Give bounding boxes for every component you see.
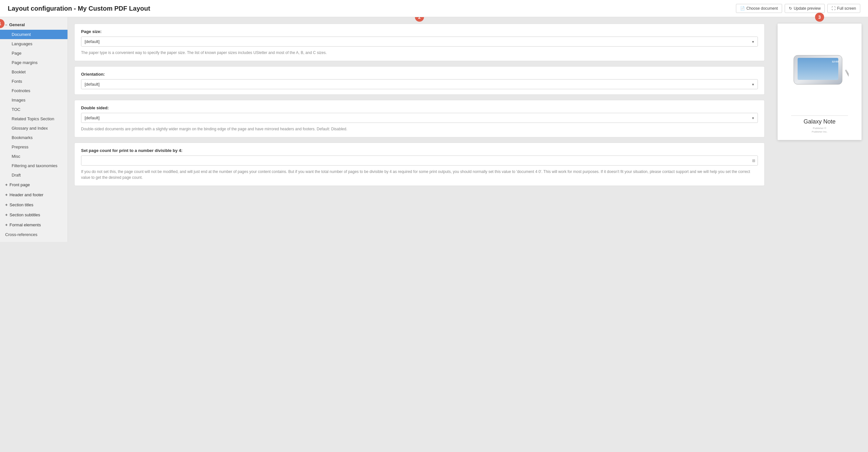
double-sided-panel: Double sided: [default] ▼ Double-sided d… <box>74 100 765 137</box>
page-title: Layout configuration - My Custom PDF Lay… <box>8 5 150 12</box>
preview-panel: 12:03 Galaxy Note <box>771 17 868 146</box>
sidebar-group-general[interactable]: − General <box>0 20 67 30</box>
main-layout: 1 − General Document Languages Page Page… <box>0 17 868 451</box>
page-count-label: Set page count for print to a number div… <box>81 148 758 153</box>
page-count-description: If you do not set this, the page count w… <box>81 169 758 180</box>
file-icon: 📄 <box>740 6 745 11</box>
preview-publisher: Publisher © Publisher Inc. <box>812 126 827 134</box>
preview-container: 3 <box>771 17 868 451</box>
refresh-icon: ↻ <box>789 6 792 11</box>
sidebar-item-booklet[interactable]: Booklet <box>0 67 67 77</box>
double-sided-description: Double-sided documents are printed with … <box>81 126 758 132</box>
phone-illustration: 12:03 <box>790 52 848 94</box>
orientation-inner: Orientation: [default] ▼ <box>74 66 764 94</box>
step-badge-3: 3 <box>815 12 824 22</box>
plus-icon-section-titles: + <box>5 202 8 207</box>
orientation-select-wrapper: [default] ▼ <box>81 79 758 89</box>
plus-icon-section-subtitles: + <box>5 213 8 217</box>
plus-icon-front-page: + <box>5 182 8 187</box>
plus-icon-header-footer: + <box>5 192 8 197</box>
page-size-panel: Page size: [default] ▼ The paper type is… <box>74 24 765 61</box>
fullscreen-icon: ⛶ <box>832 6 835 11</box>
sidebar-item-fonts[interactable]: Fonts <box>0 77 67 86</box>
orientation-panel: Orientation: [default] ▼ <box>74 66 765 95</box>
sidebar-group-front-page[interactable]: + Front page <box>0 180 67 190</box>
sidebar-container: 1 − General Document Languages Page Page… <box>0 17 68 451</box>
content-area: Page size: [default] ▼ The paper type is… <box>68 17 771 451</box>
page-count-input-wrapper: ⊞ <box>81 156 758 166</box>
sidebar-item-bookmarks[interactable]: Bookmarks <box>0 133 67 142</box>
page-size-select[interactable]: [default] <box>81 36 758 47</box>
sidebar-group-section-subtitles[interactable]: + Section subtitles <box>0 210 67 220</box>
sidebar-item-misc[interactable]: Misc <box>0 152 67 161</box>
svg-rect-3 <box>845 69 848 88</box>
page-size-label: Page size: <box>81 29 758 34</box>
sidebar-group-header-footer[interactable]: + Header and footer <box>0 190 67 200</box>
sidebar-item-cross-references[interactable]: Cross-references <box>0 230 67 239</box>
input-expand-icon: ⊞ <box>752 159 755 163</box>
sidebar-item-page-margins[interactable]: Page margins <box>0 58 67 67</box>
sidebar-item-languages[interactable]: Languages <box>0 39 67 49</box>
top-header: Layout configuration - My Custom PDF Lay… <box>0 0 868 17</box>
double-sided-inner: Double sided: [default] ▼ Double-sided d… <box>74 100 764 137</box>
phone-image-area: 12:03 <box>790 30 848 113</box>
header-buttons: 📄 Choose document ↻ Update preview ⛶ Ful… <box>736 4 860 13</box>
double-sided-select[interactable]: [default] <box>81 113 758 123</box>
svg-text:12:03: 12:03 <box>832 60 839 63</box>
page-count-panel: Set page count for print to a number div… <box>74 143 765 186</box>
sidebar-item-glossary[interactable]: Glossary and Index <box>0 123 67 133</box>
page-size-inner: Page size: [default] ▼ The paper type is… <box>74 24 764 61</box>
double-sided-label: Double sided: <box>81 105 758 110</box>
sidebar-item-images[interactable]: Images <box>0 95 67 105</box>
choose-document-button[interactable]: 📄 Choose document <box>736 4 782 13</box>
content-container: 2 Page size: [default] ▼ The paper type … <box>68 17 771 451</box>
preview-divider <box>791 115 848 116</box>
sidebar: − General Document Languages Page Page m… <box>0 17 68 242</box>
full-screen-button[interactable]: ⛶ Full screen <box>827 4 860 13</box>
preview-page: 12:03 Galaxy Note <box>778 24 862 140</box>
sidebar-item-filtering[interactable]: Filtering and taxonomies <box>0 161 67 170</box>
sidebar-item-prepress[interactable]: Prepress <box>0 142 67 152</box>
page-size-description: The paper type is a convenient way to sp… <box>81 50 758 56</box>
plus-icon-formal: + <box>5 222 8 227</box>
page-count-input[interactable] <box>81 156 758 166</box>
double-sided-select-wrapper: [default] ▼ <box>81 113 758 123</box>
sidebar-item-draft[interactable]: Draft <box>0 170 67 180</box>
orientation-select[interactable]: [default] <box>81 79 758 89</box>
update-preview-button[interactable]: ↻ Update preview <box>785 4 825 13</box>
sidebar-item-related-topics[interactable]: Related Topics Section <box>0 114 67 123</box>
preview-product-name: Galaxy Note <box>803 118 835 125</box>
sidebar-group-section-titles[interactable]: + Section titles <box>0 200 67 210</box>
sidebar-item-page[interactable]: Page <box>0 49 67 58</box>
page-count-inner: Set page count for print to a number div… <box>74 143 764 186</box>
orientation-label: Orientation: <box>81 72 758 77</box>
minus-icon: − <box>5 23 7 27</box>
sidebar-group-formal-elements[interactable]: + Formal elements <box>0 220 67 230</box>
page-size-select-wrapper: [default] ▼ <box>81 36 758 47</box>
sidebar-item-footnotes[interactable]: Footnotes <box>0 86 67 95</box>
sidebar-item-toc[interactable]: TOC <box>0 105 67 114</box>
sidebar-item-document[interactable]: Document <box>0 30 67 39</box>
